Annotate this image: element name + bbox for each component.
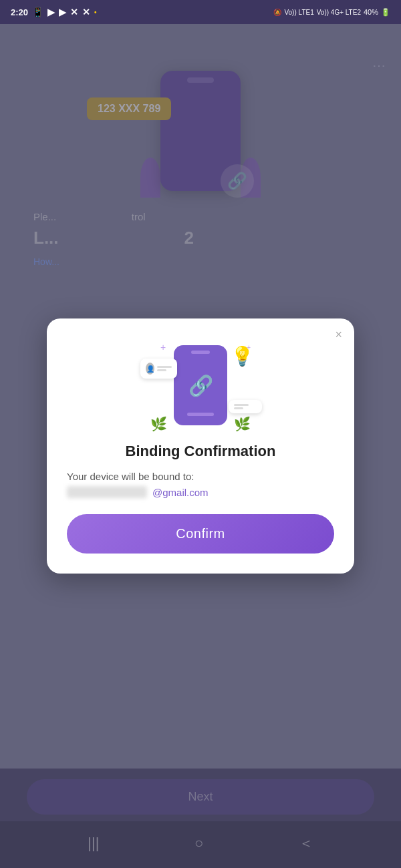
- chat-line-narrow: [157, 369, 166, 371]
- status-bar: 2:20 📱 ▶ ▶ ✕ ✕ • 🔕 Vo)) LTE1 Vo)) 4G+ LT…: [0, 0, 401, 24]
- chat-bubble-left: 👤: [140, 359, 177, 379]
- status-time: 2:20 📱 ▶ ▶ ✕ ✕ •: [11, 7, 97, 17]
- chat-lines: [157, 366, 172, 371]
- modal-phone-notch: [191, 351, 210, 354]
- modal-email-line: @gmail.com: [67, 486, 334, 498]
- battery-indicator: 40%: [364, 8, 378, 16]
- leaf-decoration-right: 🌿: [234, 416, 251, 432]
- chat-lines-right: [234, 404, 257, 409]
- modal-close-button[interactable]: ×: [335, 328, 342, 342]
- chat-line-narrow-r: [234, 407, 243, 409]
- modal-title: Binding Confirmation: [126, 443, 276, 460]
- plus-decoration-tl: +: [160, 342, 166, 353]
- avatar-icon: 👤: [146, 363, 154, 375]
- confirm-button[interactable]: Confirm: [67, 514, 334, 554]
- binding-confirmation-modal: × + + 👤 🔗 💡: [47, 318, 354, 574]
- modal-overlay: × + + 👤 🔗 💡: [0, 24, 401, 868]
- chat-bubble-right: [229, 400, 262, 413]
- lightbulb-icon: 💡: [231, 345, 254, 367]
- modal-illustration: + + 👤 🔗 💡: [147, 339, 254, 432]
- status-icons: 🔕 Vo)) LTE1 Vo)) 4G+ LTE2 40% 🔋: [273, 8, 390, 17]
- chat-line-wide-r: [234, 404, 249, 406]
- modal-body-text: Your device will be bound to:: [67, 471, 334, 482]
- modal-phone-screen-bottom: [187, 413, 214, 416]
- email-blur-prefix: [67, 486, 147, 498]
- time-display: 2:20: [11, 7, 28, 17]
- leaf-decoration-left: 🌿: [150, 416, 167, 432]
- modal-phone-body: 🔗: [174, 345, 227, 425]
- email-suffix: @gmail.com: [152, 487, 209, 498]
- chain-icon: 🔗: [188, 374, 213, 397]
- chat-line-wide: [157, 366, 172, 368]
